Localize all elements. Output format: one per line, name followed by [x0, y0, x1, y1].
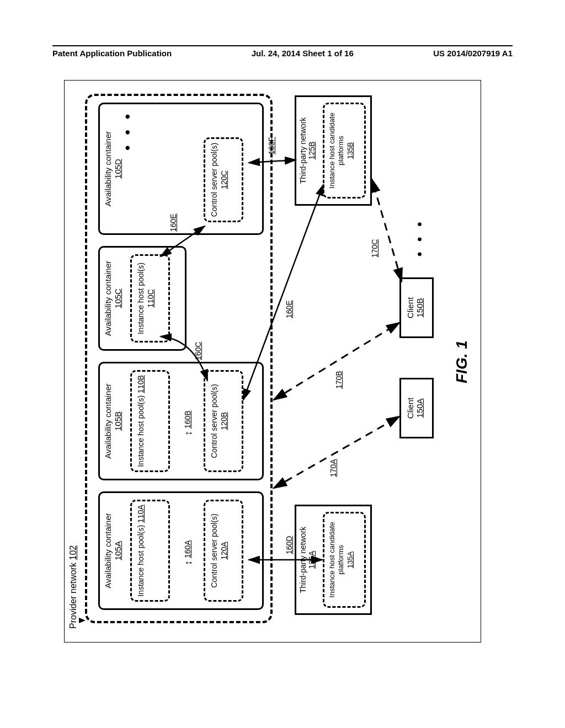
third-party-network-125a: Third-party network125A Instance host ca… — [295, 505, 372, 615]
availability-container-105d: Availability container105D Control serve… — [98, 103, 264, 235]
candidate-platforms-135a: Instance host candidate platforms135A — [323, 512, 366, 608]
provider-network-box: Availability container105A Instance host… — [85, 94, 273, 623]
figure-label: FIG. 1 — [453, 340, 471, 383]
ellipsis-icon: • • • — [412, 218, 427, 256]
header-right: US 2014/0207919 A1 — [433, 49, 513, 58]
container-title: Availability container105B — [103, 363, 123, 479]
arrow-down-icon — [79, 618, 86, 623]
control-server-pool-120c: Control server pool(s) 120C — [204, 137, 243, 222]
container-title: Availability container105A — [103, 493, 123, 608]
availability-container-105b: Availability container105B Instance host… — [98, 362, 264, 480]
control-server-pool-120b: Control server pool(s) 120B — [204, 370, 243, 472]
edge-label-170c: 170C — [370, 239, 379, 258]
container-title: Availability container105C — [103, 248, 123, 349]
ellipsis-icon: • • • — [119, 111, 136, 151]
third-party-network-125b: Third-party network125B Instance host ca… — [295, 95, 372, 206]
link-160b-label: ↕ 160B — [182, 410, 193, 436]
edge-label-160c: 160C — [194, 342, 202, 360]
page-header: Patent Application Publication Jul. 24, … — [52, 45, 513, 58]
edge-label-160f: 160F — [267, 137, 276, 154]
page: Patent Application Publication Jul. 24, … — [0, 0, 565, 728]
figure-1-diagram: Provider network 102 Availability contai… — [64, 80, 481, 643]
client-150a: Client150A — [399, 378, 434, 438]
third-party-title: Third-party network125B — [299, 97, 316, 204]
header-center: Jul. 24, 2014 Sheet 1 of 16 — [252, 49, 354, 58]
edge-label-160e-lower: 160E — [285, 300, 294, 318]
instance-host-pool-110b: Instance host pool(s) 110B — [130, 370, 170, 472]
candidate-platforms-135b: Instance host candidate platforms135B — [323, 103, 366, 199]
edge-label-170b: 170B — [334, 371, 343, 389]
availability-container-105a: Availability container105A Instance host… — [98, 491, 264, 610]
instance-host-pool-110a: Instance host pool(s) 110A — [130, 500, 170, 602]
instance-host-pool-110c: Instance host pool(s) 110C — [130, 254, 170, 342]
edge-label-170a: 170A — [329, 459, 338, 477]
header-left: Patent Application Publication — [52, 49, 172, 58]
client-150b: Client150B — [399, 277, 434, 338]
link-160a-label: ↕ 160A — [182, 540, 193, 565]
edge-label-160d: 160D — [285, 536, 294, 554]
third-party-title: Third-party network125A — [299, 506, 316, 613]
edge-label-160e: 160E — [169, 213, 178, 232]
availability-container-105c: Availability container105C Instance host… — [98, 246, 186, 351]
control-server-pool-120a: Control server pool(s) 120A — [204, 500, 243, 602]
provider-network-label: Provider network 102 — [68, 545, 78, 629]
